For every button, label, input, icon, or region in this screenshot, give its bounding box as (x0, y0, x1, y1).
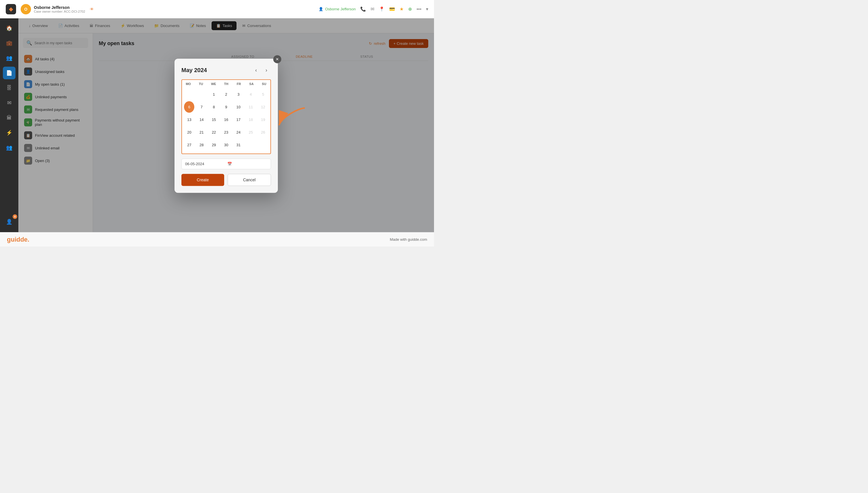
date-input-row: 06-05-2024 📅 (181, 158, 271, 169)
cal-cell-8[interactable]: 8 (209, 101, 219, 113)
cal-cell-empty-4 (258, 139, 268, 151)
cal-cell-14[interactable]: 14 (196, 114, 207, 125)
sidebar-item-home[interactable]: 🏠 (3, 22, 16, 35)
main-layout: 🏠 💼 👥 📄 🗄 ✉ 🏛 ⚡ 👥 👤 8 ⚙ ↓ Overview 📄 Act… (0, 18, 434, 246)
email-icon[interactable]: ✉ (370, 6, 374, 12)
sidebar-item-data[interactable]: 🗄 (3, 82, 16, 94)
day-header-tu: TU (195, 82, 207, 86)
cal-cell-9[interactable]: 9 (221, 101, 231, 113)
case-title: Osborne Jefferson (34, 5, 85, 10)
calendar-prev-button[interactable]: ‹ (251, 65, 260, 75)
cal-cell-30[interactable]: 30 (221, 139, 231, 151)
cal-cell-empty-1 (184, 88, 194, 100)
cal-cell-20[interactable]: 20 (184, 126, 194, 138)
card-icon[interactable]: 💳 (389, 6, 395, 12)
calendar-title: May 2024 (181, 67, 207, 73)
calendar-icon[interactable]: 📅 (227, 162, 267, 166)
cal-cell-empty-2 (196, 88, 207, 100)
cancel-button[interactable]: Cancel (228, 174, 271, 186)
modal-close-button[interactable]: ✕ (273, 55, 281, 63)
app-logo-icon[interactable]: ◆ (6, 4, 16, 14)
cal-cell-7[interactable]: 7 (196, 101, 207, 113)
chevron-down-icon[interactable]: ▾ (426, 6, 428, 12)
main-content: ↓ Overview 📄 Activities 🏛 Finances ⚡ Wor… (18, 18, 434, 246)
cal-cell-22[interactable]: 22 (209, 126, 219, 138)
header-right: 👤 Osborne Jefferson 📞 ✉ 📍 💳 ★ ⊕ ••• ▾ (319, 6, 428, 12)
avatar: O (21, 4, 31, 14)
cal-cell-2[interactable]: 2 (221, 88, 231, 100)
day-header-th: TH (220, 82, 232, 86)
cal-cell-4[interactable]: 4 (246, 88, 256, 100)
cal-cell-15[interactable]: 15 (209, 114, 219, 125)
sidebar-item-notifications[interactable]: 👤 8 (3, 215, 16, 228)
cal-cell-10[interactable]: 10 (233, 101, 244, 113)
cal-cell-17[interactable]: 17 (233, 114, 244, 125)
cal-cell-13[interactable]: 13 (184, 114, 194, 125)
made-with-text: Made with guidde.com (390, 237, 427, 242)
notification-badge: 8 (13, 214, 17, 219)
case-number: Case owner number: ACC-DCI-2702 (34, 10, 85, 13)
create-button[interactable]: Create (181, 174, 224, 186)
phone-icon[interactable]: 📞 (360, 6, 366, 12)
cal-cell-5[interactable]: 5 (258, 88, 268, 100)
cal-cell-27[interactable]: 27 (184, 139, 194, 151)
cal-cell-25[interactable]: 25 (246, 126, 256, 138)
day-header-we: WE (207, 82, 220, 86)
add-icon[interactable]: ⊕ (408, 6, 412, 12)
star-icon[interactable]: ★ (399, 6, 404, 12)
cal-cell-28[interactable]: 28 (196, 139, 207, 151)
cal-cell-23[interactable]: 23 (221, 126, 231, 138)
calendar-grid: 1 2 3 4 5 6 7 8 9 10 11 12 13 14 15 (182, 87, 270, 153)
cal-cell-29[interactable]: 29 (209, 139, 219, 151)
day-header-su: SU (258, 82, 270, 86)
cal-cell-11[interactable]: 11 (246, 101, 256, 113)
cal-cell-3[interactable]: 3 (233, 88, 244, 100)
cal-cell-24[interactable]: 24 (233, 126, 244, 138)
calendar-days-header: MO TU WE TH FR SA SU (182, 80, 270, 87)
cal-cell-1[interactable]: 1 (209, 88, 219, 100)
cal-cell-empty-3 (246, 139, 256, 151)
sidebar-item-cases[interactable]: 💼 (3, 37, 16, 49)
bottom-bar: guidde. Made with guidde.com (0, 232, 434, 246)
guidde-logo: guidde. (7, 236, 29, 243)
sidebar-item-workflows[interactable]: ⚡ (3, 126, 16, 139)
cal-cell-18[interactable]: 18 (246, 114, 256, 125)
sidebar-item-team[interactable]: 👥 (3, 141, 16, 154)
cal-cell-12[interactable]: 12 (258, 101, 268, 113)
cal-cell-26[interactable]: 26 (258, 126, 268, 138)
calendar-next-button[interactable]: › (262, 65, 271, 75)
date-value: 06-05-2024 (185, 162, 225, 166)
case-info: O Osborne Jefferson Case owner number: A… (21, 4, 94, 14)
cal-cell-16[interactable]: 16 (221, 114, 231, 125)
eye-icon[interactable]: 👁 (90, 7, 94, 12)
user-name: Osborne Jefferson (325, 7, 356, 11)
sidebar-item-documents[interactable]: 📄 (3, 67, 16, 79)
day-header-sa: SA (245, 82, 258, 86)
sidebar-item-finance[interactable]: 🏛 (3, 111, 16, 124)
sidebar-item-mail[interactable]: ✉ (3, 97, 16, 109)
user-dot-icon: 👤 (319, 7, 323, 11)
left-sidebar: 🏠 💼 👥 📄 🗄 ✉ 🏛 ⚡ 👥 👤 8 ⚙ (0, 18, 18, 246)
calendar-grid-container: MO TU WE TH FR SA SU 1 2 3 4 5 (181, 79, 271, 154)
case-text: Osborne Jefferson Case owner number: ACC… (34, 5, 85, 13)
calendar-modal: ✕ May 2024 ‹ › MO TU WE TH FR SA SU (175, 59, 278, 193)
location-icon[interactable]: 📍 (379, 6, 385, 12)
day-header-mo: MO (182, 82, 195, 86)
cal-cell-31[interactable]: 31 (233, 139, 244, 151)
header-icons: 📞 ✉ 📍 💳 ★ ⊕ ••• ▾ (360, 6, 428, 12)
cal-cell-21[interactable]: 21 (196, 126, 207, 138)
more-icon[interactable]: ••• (416, 7, 421, 12)
modal-actions: Create Cancel (181, 174, 271, 186)
day-header-fr: FR (232, 82, 245, 86)
user-info: 👤 Osborne Jefferson (319, 7, 356, 11)
top-header: ◆ O Osborne Jefferson Case owner number:… (0, 0, 434, 18)
cal-cell-6[interactable]: 6 (184, 101, 194, 113)
sidebar-item-people[interactable]: 👥 (3, 52, 16, 64)
calendar-header: May 2024 ‹ › (181, 65, 271, 75)
notification-icon: 👤 (6, 219, 12, 225)
cal-cell-19[interactable]: 19 (258, 114, 268, 125)
logo-area: ◆ (6, 4, 16, 14)
